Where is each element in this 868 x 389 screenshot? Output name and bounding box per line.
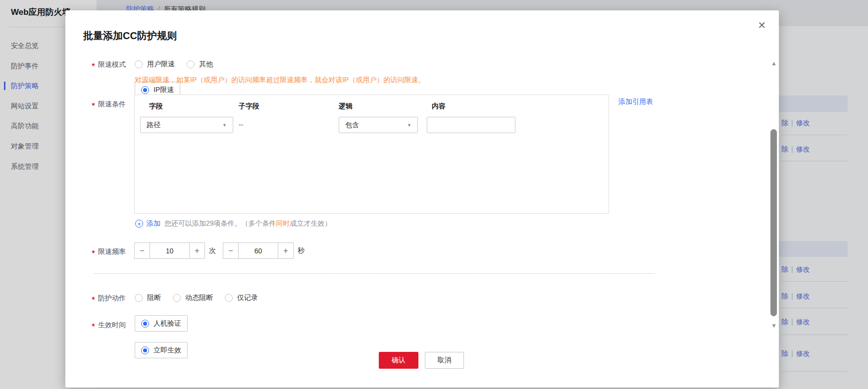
radio-selected-icon — [141, 346, 149, 354]
content-input[interactable] — [427, 117, 515, 133]
times-value[interactable]: 10 — [150, 243, 189, 259]
modify-link[interactable]: 修改 — [796, 318, 810, 326]
scrollbar-thumb[interactable] — [770, 129, 777, 316]
column-header-content: 内容 — [432, 102, 446, 111]
delete-link[interactable]: 除 — [781, 265, 788, 273]
radio-block[interactable]: 阻断 — [135, 293, 161, 302]
protect-action-label: ★防护动作 — [65, 294, 126, 303]
rate-mode-hint: 对源端限速，如某IP（或用户）的访问频率超过限速频率，就会对该IP（或用户）的访… — [135, 76, 425, 85]
table-row-actions: 除|修改 — [781, 349, 810, 357]
row-divider — [781, 161, 848, 161]
required-star: ★ — [91, 295, 96, 301]
row-divider — [781, 308, 848, 308]
times-unit: 次 — [209, 246, 216, 255]
add-condition-hint: 您还可以添加29项条件。（多个条件同时成立才生效） — [164, 219, 332, 228]
batch-add-cc-rule-dialog: ✕ 批量添加CC防护规则 ★限速模式 IP限速 用户限速 其他 对源端限速，如某… — [65, 10, 779, 388]
radio-selected-icon — [141, 86, 149, 94]
row-divider — [781, 281, 848, 282]
rate-frequency-controls: − 10 + 次 − 60 + 秒 — [134, 243, 311, 259]
table-row-actions: 除|修改 — [781, 119, 810, 127]
bg-table-header-band — [779, 241, 848, 257]
rate-mode-label: ★限速模式 — [65, 60, 126, 69]
app-title: Web应用防火墙 — [11, 6, 71, 18]
times-minus-button[interactable]: − — [134, 243, 150, 259]
radio-unselected-icon — [135, 294, 143, 302]
logic-select[interactable]: 包含 ▼ — [339, 117, 418, 133]
column-header-logic: 逻辑 — [339, 102, 353, 111]
delete-link[interactable]: 除 — [781, 119, 788, 127]
delete-link[interactable]: 除 — [781, 318, 788, 326]
bg-table-header-band — [779, 96, 848, 112]
period-minus-button[interactable]: − — [223, 243, 239, 259]
period-unit: 秒 — [298, 246, 305, 255]
effect-time-label: ★生效时间 — [65, 321, 126, 330]
subfield-value: -- — [239, 121, 243, 129]
condition-box: 字段 子字段 逻辑 内容 路径 ▼ -- 包含 ▼ — [134, 95, 609, 214]
table-row-actions: 除|修改 — [781, 265, 810, 273]
modify-link[interactable]: 修改 — [796, 145, 810, 153]
close-icon[interactable]: ✕ — [758, 20, 766, 30]
radio-dynamic-block[interactable]: 动态阻断 — [173, 293, 213, 302]
required-star: ★ — [91, 249, 96, 254]
add-reference-table-link[interactable]: 添加引用表 — [618, 97, 653, 106]
radio-user-limit[interactable]: 用户限速 — [135, 60, 175, 69]
required-star: ★ — [91, 62, 96, 67]
column-header-field: 字段 — [149, 102, 163, 111]
delete-link[interactable]: 除 — [781, 145, 788, 153]
field-select[interactable]: 路径 ▼ — [140, 117, 233, 133]
confirm-button[interactable]: 确认 — [379, 352, 418, 369]
dialog-title: 批量添加CC防护规则 — [83, 29, 177, 43]
required-star: ★ — [91, 322, 96, 328]
radio-unselected-icon — [135, 60, 143, 68]
rate-condition-label: ★限速条件 — [65, 100, 126, 109]
period-value[interactable]: 60 — [239, 243, 278, 259]
scroll-up-icon[interactable]: ▲ — [768, 60, 780, 67]
modify-link[interactable]: 修改 — [796, 119, 810, 127]
rate-mode-radio-group: IP限速 用户限速 其他 — [135, 60, 213, 69]
add-plus-icon[interactable]: + — [135, 220, 143, 228]
table-row-actions: 除|修改 — [781, 145, 810, 153]
row-divider — [781, 371, 848, 372]
radio-unselected-icon — [225, 294, 233, 302]
active-indicator-bar — [4, 82, 5, 90]
times-plus-button[interactable]: + — [189, 243, 205, 259]
table-row-actions: 除|修改 — [781, 292, 810, 300]
radio-effective-immediately[interactable]: 立即生效 — [135, 342, 188, 358]
radio-unselected-icon — [173, 294, 181, 302]
field-select-value: 路径 — [147, 121, 160, 130]
row-divider — [781, 135, 848, 135]
delete-link[interactable]: 除 — [781, 349, 788, 357]
required-star: ★ — [91, 101, 96, 107]
modify-link[interactable]: 修改 — [796, 349, 810, 357]
modify-link[interactable]: 修改 — [796, 292, 810, 300]
radio-unselected-icon — [187, 60, 195, 68]
logic-select-value: 包含 — [345, 121, 359, 130]
radio-log-only[interactable]: 仅记录 — [225, 293, 258, 302]
column-header-subfield: 子字段 — [239, 102, 259, 111]
radio-other-limit[interactable]: 其他 — [187, 60, 213, 69]
delete-link[interactable]: 除 — [781, 292, 788, 300]
rate-frequency-label: ★限速频率 — [65, 247, 126, 256]
radio-selected-icon — [141, 320, 149, 328]
modify-link[interactable]: 修改 — [796, 265, 810, 273]
section-divider — [94, 273, 655, 274]
row-divider — [781, 335, 848, 335]
chevron-down-icon: ▼ — [407, 123, 411, 128]
add-condition-row: + 添加 您还可以添加29项条件。（多个条件同时成立才生效） — [135, 219, 332, 228]
add-condition-link[interactable]: 添加 — [147, 219, 160, 228]
cancel-button[interactable]: 取消 — [425, 352, 464, 369]
radio-human-verification[interactable]: 人机验证 — [135, 315, 188, 332]
protect-action-radio-group: 人机验证 阻断 动态阻断 仅记录 — [135, 293, 258, 302]
dialog-footer: 确认 取消 — [379, 352, 464, 369]
table-row-actions: 除|修改 — [781, 318, 810, 326]
hint-highlight: 同时 — [276, 219, 290, 227]
scroll-down-icon[interactable]: ▼ — [768, 322, 780, 329]
period-plus-button[interactable]: + — [278, 243, 294, 259]
chevron-down-icon: ▼ — [222, 123, 227, 128]
